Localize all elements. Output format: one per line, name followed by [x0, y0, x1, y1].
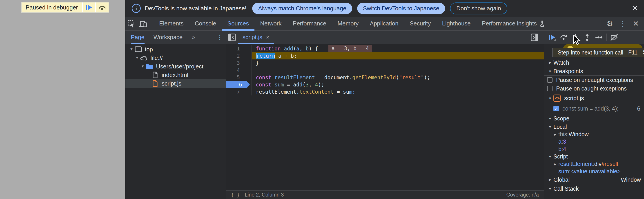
watch-section-header[interactable]: ▶ Watch — [544, 58, 644, 67]
line-content[interactable]: const resultElement = document.getElemen… — [252, 74, 544, 81]
panel-tab-label: Application — [370, 20, 398, 27]
chevron-down-icon: ▼ — [547, 125, 554, 129]
resume-script-button[interactable] — [83, 3, 95, 12]
device-toolbar-icon — [139, 20, 147, 27]
always-match-language-button[interactable]: Always match Chrome's language — [252, 3, 352, 14]
breakpoint-checkbox[interactable]: ✓ — [554, 106, 559, 111]
scope-colon: : — [567, 131, 569, 137]
line-number[interactable]: 6 — [226, 81, 252, 88]
more-tabs-chevron[interactable]: » — [192, 34, 194, 41]
panel-tab-console[interactable]: Console — [189, 17, 222, 31]
code-token: ) { — [309, 46, 318, 52]
more-options-button[interactable]: ⋮ — [617, 17, 629, 31]
scope-section-header[interactable]: ▼ Scope — [544, 114, 644, 123]
scope-var-b[interactable]: b: 4 — [544, 145, 644, 153]
panel-tab-application[interactable]: Application — [364, 17, 404, 31]
tab-workspace[interactable]: Workspace — [154, 31, 183, 44]
code-line-6: 6const sum = add(3, 4); — [226, 81, 544, 88]
breakpoint-entry[interactable]: ✓ const sum = add(3, 4); 6 — [544, 103, 644, 114]
code-token: = sum; — [334, 89, 356, 95]
tree-item-index-html[interactable]: index.html — [126, 71, 226, 79]
close-tab-icon[interactable]: × — [266, 34, 269, 41]
close-devtools-button[interactable]: ✕ — [630, 17, 642, 31]
line-content[interactable] — [252, 67, 544, 74]
line-number[interactable]: 4 — [226, 67, 252, 74]
scope-group-script[interactable]: ▼Script — [544, 153, 644, 160]
navigator-menu-button[interactable]: ⋮ — [215, 30, 224, 44]
call-stack-section-header[interactable]: ▼ Call Stack — [544, 184, 644, 193]
toolbar-divider — [606, 34, 607, 41]
toggle-debugger-sidebar-button[interactable] — [528, 31, 540, 44]
code-token: resultElement. — [256, 89, 300, 95]
sources-panel: Page Workspace » ⋮ ▼top▼file://▼Users/us… — [126, 31, 644, 199]
line-number[interactable]: 5 — [226, 74, 252, 81]
step-over-button[interactable] — [558, 32, 570, 43]
switch-devtools-japanese-button[interactable]: Switch DevTools to Japanese — [357, 3, 445, 14]
code-token: ); — [424, 75, 430, 80]
line-content[interactable]: } — [252, 59, 544, 67]
line-number[interactable]: 3 — [226, 59, 252, 67]
tree-item-label: index.html — [162, 72, 188, 79]
infobar-close-button[interactable]: ✕ — [630, 4, 640, 13]
line-content[interactable]: const sum = add(3, 4); — [252, 81, 544, 88]
tree-item-script-js[interactable]: script.js — [126, 79, 226, 88]
panel-tab-label: Elements — [159, 20, 184, 27]
panel-tab-performance-insights[interactable]: Performance insights — [476, 17, 550, 31]
scope-group-local[interactable]: ▼Local — [544, 123, 644, 131]
panel-tab-elements[interactable]: Elements — [154, 17, 189, 31]
line-number[interactable]: 1 — [226, 45, 252, 52]
panel-tab-memory[interactable]: Memory — [332, 17, 364, 31]
expander-icon[interactable]: ▼ — [128, 47, 134, 51]
panel-tab-sources[interactable]: Sources — [222, 17, 254, 31]
scope-var-a[interactable]: a: 3 — [544, 138, 644, 145]
breakpoint-options: Pause on uncaught exceptionsPause on cau… — [544, 76, 644, 93]
panel-tab-lighthouse[interactable]: Lighthouse — [436, 17, 476, 31]
expander-icon[interactable]: ▼ — [140, 64, 146, 68]
line-content[interactable]: return a + b; — [252, 52, 544, 59]
line-content[interactable]: function add(a, b) {a = 3, b = 4 — [252, 45, 544, 52]
code-token: } — [256, 60, 259, 66]
tab-page[interactable]: Page — [131, 31, 144, 44]
panel-tab-security[interactable]: Security — [404, 17, 436, 31]
toggle-navigator-button[interactable] — [226, 31, 238, 44]
tree-item-users-user-project[interactable]: ▼Users/user/project — [126, 62, 226, 71]
option-pause-on-uncaught-exceptions[interactable]: Pause on uncaught exceptions — [544, 76, 644, 84]
line-number[interactable]: 2 — [226, 52, 252, 59]
checkbox-unchecked[interactable] — [547, 77, 552, 83]
option-label: Pause on uncaught exceptions — [556, 77, 633, 83]
code-token: 4 — [315, 82, 318, 88]
inspect-icon — [128, 20, 135, 28]
tree-item-file-[interactable]: ▼file:// — [126, 54, 226, 62]
tree-item-label: script.js — [162, 80, 182, 87]
line-content[interactable]: resultElement.textContent = sum; — [252, 88, 544, 95]
editor-tab-scriptjs[interactable]: script.js × — [238, 31, 274, 44]
breakpoint-file-group[interactable]: ▼ <> script.js — [544, 93, 644, 103]
paused-line-marker[interactable]: 6 — [226, 81, 250, 88]
scope-global-row[interactable]: ▶ Global Window — [544, 175, 644, 184]
editor-pane: script.js × 1function add(a, b) {a = 3, … — [226, 31, 544, 199]
code-editor[interactable]: 1function add(a, b) {a = 3, b = 42return… — [226, 44, 544, 190]
panel-tab-network[interactable]: Network — [254, 17, 287, 31]
scope-var-resultElement[interactable]: ▶resultElement: div#result — [544, 160, 644, 168]
line-number[interactable]: 7 — [226, 88, 252, 95]
code-token: add — [284, 46, 293, 52]
tree-item-top[interactable]: ▼top — [126, 45, 226, 54]
dont-show-again-button[interactable]: Don't show again — [450, 3, 507, 15]
panel-tab-performance[interactable]: Performance — [287, 17, 332, 31]
checkbox-unchecked[interactable] — [547, 86, 552, 91]
editor-tabbar: script.js × — [226, 31, 544, 44]
settings-gear-button[interactable]: ⚙ — [604, 17, 616, 31]
expander-icon[interactable]: ▼ — [134, 56, 140, 60]
resume-button[interactable] — [546, 32, 558, 43]
scope-var-sum[interactable]: sum: <value unavailable> — [544, 168, 644, 175]
scope-var-this[interactable]: ▶this: Window — [544, 131, 644, 138]
inspect-element-button[interactable] — [126, 17, 137, 31]
step-over-button-page[interactable] — [96, 3, 108, 12]
device-toolbar-button[interactable] — [137, 17, 149, 31]
deactivate-breakpoints-button[interactable] — [608, 32, 620, 43]
step-button[interactable] — [593, 32, 605, 43]
breakpoints-section-header[interactable]: ▼ Breakpoints — [544, 67, 644, 75]
step-out-button[interactable] — [581, 32, 593, 43]
pretty-print-button[interactable]: { } — [231, 192, 240, 198]
option-pause-on-caught-exceptions[interactable]: Pause on caught exceptions — [544, 84, 644, 93]
